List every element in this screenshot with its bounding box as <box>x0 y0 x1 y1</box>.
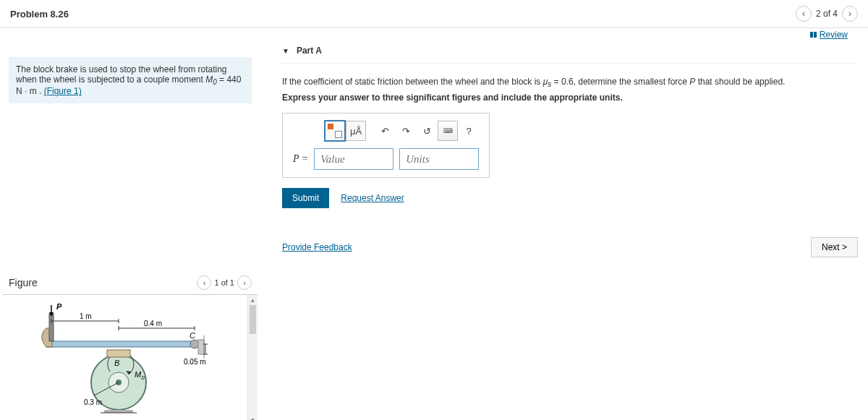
svg-text:P: P <box>56 302 62 311</box>
answer-instruction: Express your answer to three significant… <box>282 93 858 103</box>
value-input[interactable] <box>314 148 393 170</box>
answer-label: P = <box>293 153 308 165</box>
svg-text:0.3 m: 0.3 m <box>84 398 102 406</box>
svg-text:0.4 m: 0.4 m <box>144 320 162 327</box>
scroll-up-icon[interactable]: ▴ <box>248 295 258 305</box>
prev-problem-button[interactable]: ‹ <box>796 6 812 22</box>
figure-title: Figure <box>9 277 38 288</box>
help-button[interactable]: ? <box>459 121 479 141</box>
part-toggle[interactable]: ▼ Part A <box>282 43 858 64</box>
templates-button[interactable] <box>325 121 345 141</box>
question-text: If the coefficient of static friction be… <box>282 77 858 88</box>
svg-point-12 <box>190 340 199 348</box>
figure-body: M0 0.3 m B C <box>3 295 258 420</box>
review-link[interactable]: Review <box>810 30 848 40</box>
svg-text:0.05 m: 0.05 m <box>184 358 206 366</box>
figure-counter: 1 of 1 <box>214 278 234 287</box>
answer-box: μÅ ↶ ↷ ↺ ⌨ ? P = <box>282 113 490 178</box>
redo-button[interactable]: ↷ <box>396 121 416 141</box>
figure-prev-button[interactable]: ‹ <box>197 275 211 290</box>
units-input[interactable] <box>399 148 479 170</box>
request-answer-link[interactable]: Request Answer <box>341 193 404 203</box>
svg-rect-9 <box>107 350 130 357</box>
svg-rect-13 <box>198 340 204 354</box>
next-problem-button[interactable]: › <box>842 6 858 22</box>
svg-text:B: B <box>114 359 119 367</box>
next-button[interactable]: Next > <box>811 237 858 257</box>
scroll-thumb[interactable] <box>250 305 256 334</box>
svg-rect-7 <box>104 410 133 413</box>
figure-scrollbar[interactable]: ▴ ▾ <box>247 295 258 420</box>
problem-counter: 2 of 4 <box>816 9 838 19</box>
flag-icon <box>810 32 817 38</box>
svg-text:1 m: 1 m <box>80 312 92 320</box>
part-title: Part A <box>297 46 322 56</box>
provide-feedback-link[interactable]: Provide Feedback <box>282 242 352 252</box>
figure-link[interactable]: (Figure 1) <box>44 86 82 96</box>
problem-title: Problem 8.26 <box>10 9 69 20</box>
keyboard-button[interactable]: ⌨ <box>438 121 458 141</box>
svg-rect-11 <box>46 341 198 347</box>
symbols-button[interactable]: μÅ <box>346 121 366 141</box>
reset-button[interactable]: ↺ <box>417 121 437 141</box>
caret-down-icon: ▼ <box>282 47 289 55</box>
problem-statement: The block brake is used to stop the whee… <box>9 57 252 103</box>
undo-button[interactable]: ↶ <box>375 121 395 141</box>
scroll-down-icon[interactable]: ▾ <box>248 415 258 420</box>
svg-rect-16 <box>49 314 54 341</box>
submit-button[interactable]: Submit <box>282 188 329 208</box>
figure-diagram: M0 0.3 m B C <box>32 299 220 415</box>
svg-text:C: C <box>190 331 195 340</box>
figure-next-button[interactable]: › <box>237 275 252 290</box>
